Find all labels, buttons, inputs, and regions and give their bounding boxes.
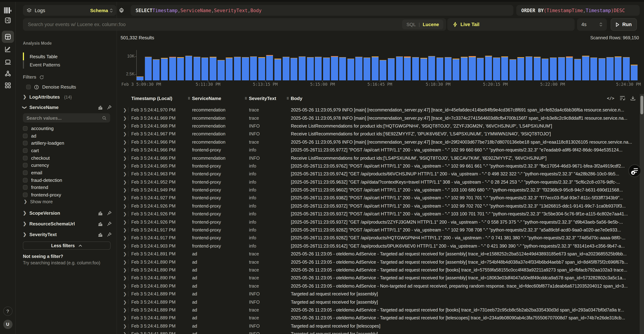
service-checkbox[interactable] bbox=[23, 178, 28, 182]
mode-event-patterns[interactable]: Event Patterns bbox=[23, 61, 60, 69]
service-filter-item[interactable]: email bbox=[23, 169, 112, 176]
expand-row-icon[interactable]: ❯ bbox=[123, 124, 127, 129]
table-row[interactable]: ❯Feb 3 5:24:41.889 PMadINFOTargeted ad r… bbox=[117, 290, 637, 298]
table-row[interactable]: ❯Feb 3 5:24:41.889 PMadtrace2025-05-26 1… bbox=[117, 306, 637, 314]
histogram-bar[interactable] bbox=[364, 58, 370, 80]
events-histogram[interactable]: Feb 3 5:09:30 PM5:11:30 PM5:13:15 PM5:15… bbox=[137, 50, 639, 85]
histogram-bar[interactable] bbox=[615, 56, 622, 80]
expand-row-icon[interactable]: ❯ bbox=[123, 244, 127, 249]
histogram-bar[interactable] bbox=[566, 57, 573, 80]
histogram-bar[interactable] bbox=[501, 57, 508, 80]
histogram-bar[interactable] bbox=[542, 58, 549, 80]
vertical-scrollbar[interactable] bbox=[640, 94, 644, 334]
service-map-icon[interactable] bbox=[4, 70, 11, 77]
histogram-bar[interactable] bbox=[282, 57, 289, 80]
expand-row-icon[interactable]: ❯ bbox=[123, 108, 127, 113]
table-row[interactable]: ❯Feb 3 5:24:41.926 PMfrontend-proxyinfo[… bbox=[117, 218, 637, 226]
col-severitytext[interactable]: ⠿SeverityText bbox=[245, 96, 276, 101]
scrollbar-thumb[interactable] bbox=[640, 96, 643, 114]
table-row[interactable]: ❯Feb 3 5:24:41.889 PMadINFOTargeted ad r… bbox=[117, 322, 637, 330]
histogram-bar[interactable] bbox=[242, 57, 249, 80]
download-icon[interactable] bbox=[630, 96, 636, 101]
service-filter-item[interactable]: frontend-proxy bbox=[23, 191, 112, 198]
histogram-bar[interactable] bbox=[526, 57, 532, 80]
table-row[interactable]: ❯Feb 3 5:24:41.966 PMrecommendationINFOR… bbox=[117, 154, 637, 162]
table-row[interactable]: ❯Feb 3 5:24:41.927 PMfrontend-proxyinfo[… bbox=[117, 194, 637, 202]
histogram-bar[interactable] bbox=[461, 57, 468, 80]
values-search-input[interactable]: Search values... bbox=[23, 113, 110, 123]
expand-row-icon[interactable]: ❯ bbox=[123, 187, 127, 192]
table-row[interactable]: ❯Feb 3 5:24:41.890 PMadtrace2025-05-26 1… bbox=[117, 266, 637, 274]
histogram-bar[interactable] bbox=[185, 56, 192, 80]
histogram-bar[interactable] bbox=[550, 57, 557, 80]
histogram-bar[interactable] bbox=[590, 57, 597, 80]
service-checkbox[interactable] bbox=[23, 148, 28, 153]
table-row[interactable]: ❯Feb 3 5:24:41.926 PMfrontend-proxyinfo[… bbox=[117, 210, 637, 218]
drag-handle-icon[interactable]: ⠿ bbox=[188, 97, 190, 100]
clickhouse-logo[interactable] bbox=[4, 7, 12, 13]
service-filter-item[interactable]: fraud-detection bbox=[23, 176, 112, 184]
expand-row-icon[interactable]: ❯ bbox=[123, 284, 127, 289]
expand-row-icon[interactable]: ❯ bbox=[123, 148, 127, 153]
bar-chart-icon[interactable] bbox=[98, 211, 103, 216]
table-row[interactable]: ❯Feb 3 5:24:41.963 PMfrontend-proxyinfo[… bbox=[117, 170, 637, 178]
histogram-bar[interactable] bbox=[388, 58, 395, 80]
service-checkbox[interactable] bbox=[23, 141, 28, 145]
histogram-bar[interactable] bbox=[485, 56, 492, 80]
section-log-attributes[interactable]: ❯ LogAttributes {14} bbox=[23, 94, 112, 100]
text-wrap-icon[interactable] bbox=[620, 96, 625, 100]
expand-row-icon[interactable]: ❯ bbox=[123, 204, 127, 209]
expand-row-icon[interactable]: ❯ bbox=[123, 179, 127, 184]
expand-row-icon[interactable]: ❯ bbox=[123, 132, 127, 137]
bar-chart-icon[interactable] bbox=[98, 221, 103, 226]
histogram-bar[interactable] bbox=[291, 58, 298, 80]
histogram-bar[interactable] bbox=[444, 57, 451, 80]
service-filter-item[interactable]: currency bbox=[23, 162, 112, 169]
table-row[interactable]: ❯Feb 3 5:24:41.889 PMadtrace2025-05-26 1… bbox=[117, 314, 637, 322]
histogram-bar[interactable] bbox=[323, 57, 330, 80]
pin-icon[interactable] bbox=[107, 211, 112, 215]
show-more-button[interactable]: ❯ Show more bbox=[24, 199, 53, 204]
chart-explorer-icon[interactable] bbox=[4, 46, 11, 52]
table-row[interactable]: ❯Feb 3 5:24:41.917 PMfrontend-proxyinfo[… bbox=[117, 226, 637, 234]
drag-handle-icon[interactable]: ⠿ bbox=[286, 97, 288, 100]
histogram-bar[interactable] bbox=[258, 57, 265, 80]
expand-row-icon[interactable]: ❯ bbox=[123, 228, 127, 233]
table-row[interactable]: ❯Feb 3 5:24:41.890 PMadtrace2025-05-26 1… bbox=[117, 274, 637, 282]
histogram-bar[interactable] bbox=[574, 59, 581, 80]
pin-icon[interactable] bbox=[107, 105, 112, 110]
histogram-bar[interactable] bbox=[493, 57, 500, 80]
table-row[interactable]: ❯Feb 3 5:24:41.966 PMrecommendationtrace… bbox=[117, 138, 637, 146]
less-filters-button[interactable]: Less filters bbox=[23, 241, 110, 250]
expand-row-icon[interactable]: ❯ bbox=[123, 260, 127, 265]
table-row[interactable]: ❯Feb 3 5:24:41.965 PMfrontend-proxyinfo[… bbox=[117, 162, 637, 170]
histogram-bar[interactable] bbox=[145, 57, 152, 80]
drag-handle-icon[interactable]: ⠿ bbox=[245, 97, 247, 100]
service-checkbox[interactable] bbox=[23, 192, 28, 197]
histogram-bar[interactable] bbox=[202, 58, 208, 80]
histogram-bar[interactable] bbox=[436, 57, 443, 80]
service-filter-item[interactable]: ad bbox=[23, 132, 112, 139]
expand-row-icon[interactable]: ❯ bbox=[123, 300, 127, 305]
bar-chart-icon[interactable] bbox=[98, 105, 103, 110]
histogram-bar[interactable] bbox=[356, 57, 362, 80]
service-checkbox[interactable] bbox=[23, 163, 28, 168]
histogram-bar[interactable] bbox=[469, 56, 476, 80]
expand-row-icon[interactable]: ❯ bbox=[123, 116, 127, 121]
expand-row-icon[interactable]: ❯ bbox=[123, 195, 127, 201]
table-row[interactable]: ❯Feb 3 5:24:41.969 PMrecommendationtrace… bbox=[117, 114, 637, 122]
histogram-bar[interactable] bbox=[412, 57, 419, 80]
table-row[interactable]: ❯Feb 3 5:24:41.903 PMfrontend-proxyinfo[… bbox=[117, 242, 637, 250]
histogram-bar[interactable] bbox=[339, 57, 346, 80]
histogram-bar[interactable] bbox=[266, 55, 273, 80]
section-service-name[interactable]: ❯ ServiceName bbox=[23, 105, 112, 110]
expand-row-icon[interactable]: ❯ bbox=[123, 332, 127, 334]
service-filter-item[interactable]: artillery-loadgen bbox=[23, 140, 112, 147]
table-row[interactable]: ❯Feb 3 5:24:41.889 PMadINFOTargeted ad r… bbox=[117, 330, 637, 334]
histogram-bar[interactable] bbox=[137, 76, 144, 80]
service-checkbox[interactable] bbox=[23, 126, 28, 131]
table-row[interactable]: ❯Feb 3 5:24:41.890 PMadtrace2025-05-26 1… bbox=[117, 258, 637, 266]
histogram-bar[interactable] bbox=[315, 57, 322, 80]
service-checkbox[interactable] bbox=[23, 185, 28, 190]
histogram-bar[interactable] bbox=[226, 58, 232, 80]
